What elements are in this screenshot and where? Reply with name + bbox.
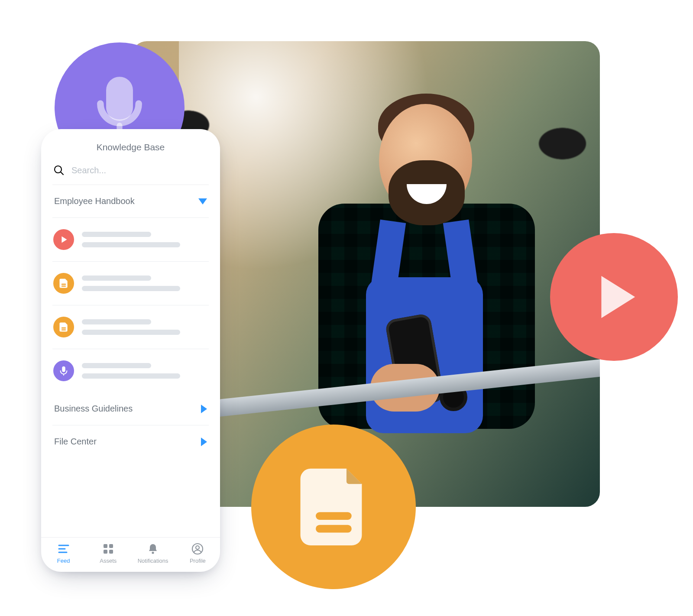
item-placeholder-text: [82, 363, 208, 379]
assets-icon: [102, 543, 114, 555]
tab-profile[interactable]: Profile: [175, 543, 220, 564]
section-label: Business Guidelines: [54, 404, 133, 414]
list-item[interactable]: [52, 305, 209, 349]
section-business-guidelines[interactable]: Business Guidelines: [52, 392, 209, 425]
bottom-tabbar: Feed Assets Notifications Profile: [41, 537, 220, 572]
tab-assets[interactable]: Assets: [86, 543, 130, 564]
tab-label: Assets: [100, 558, 117, 564]
chevron-right-icon: [201, 405, 207, 413]
item-placeholder-text: [82, 319, 208, 335]
list-item[interactable]: [52, 349, 209, 392]
microphone-icon: [53, 360, 74, 381]
profile-icon: [191, 543, 204, 555]
section-label: Employee Handbook: [54, 196, 135, 206]
chevron-right-icon: [201, 438, 207, 446]
document-icon: [251, 425, 416, 589]
item-placeholder-text: [82, 232, 208, 247]
search-field[interactable]: [52, 162, 209, 185]
search-icon: [53, 165, 65, 176]
section-file-center[interactable]: File Center: [52, 425, 209, 458]
tab-feed[interactable]: Feed: [41, 543, 86, 564]
tab-label: Feed: [57, 558, 70, 564]
chevron-down-icon: [198, 198, 207, 204]
item-placeholder-text: [82, 276, 208, 291]
tab-label: Profile: [190, 558, 206, 564]
section-employee-handbook[interactable]: Employee Handbook: [52, 185, 209, 218]
feed-icon: [58, 543, 70, 555]
section-label: File Center: [54, 437, 97, 447]
list-item[interactable]: [52, 262, 209, 305]
list-item[interactable]: [52, 218, 209, 262]
document-icon: [53, 317, 74, 337]
play-icon: [53, 229, 74, 250]
document-icon: [53, 273, 74, 294]
page-title: Knowledge Base: [41, 129, 220, 162]
bell-icon: [147, 543, 159, 555]
section-items: [52, 218, 209, 392]
play-icon: [550, 233, 678, 361]
phone-mockup: Knowledge Base Employee Handbook: [41, 129, 220, 572]
composition: Knowledge Base Employee Handbook: [0, 0, 693, 616]
search-input[interactable]: [71, 165, 208, 176]
tab-notifications[interactable]: Notifications: [131, 543, 175, 564]
tab-label: Notifications: [138, 558, 168, 564]
